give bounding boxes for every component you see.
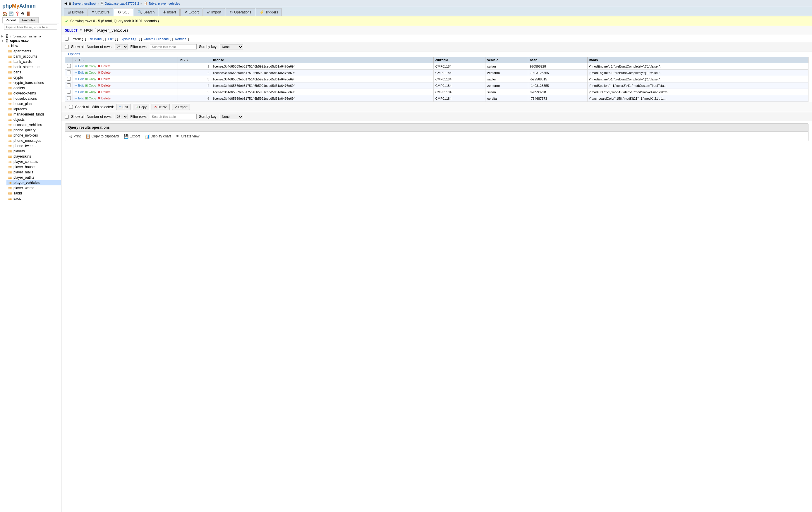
col-citizenid[interactable]: citizenid — [433, 57, 485, 63]
delete-link[interactable]: ✖ Delete — [98, 71, 111, 74]
sidebar-item-objects[interactable]: ⊞⊞ objects — [6, 117, 61, 122]
ws-edit-button[interactable]: ✏ Edit — [116, 104, 130, 110]
delete-link[interactable]: ✖ Delete — [98, 84, 111, 87]
col-mods[interactable]: mods — [587, 57, 808, 63]
show-all-checkbox-top[interactable] — [65, 45, 69, 49]
tab-triggers[interactable]: ⚡ Triggers — [256, 8, 282, 16]
home-icon[interactable]: 🏠 — [2, 11, 7, 16]
qr-create-view-button[interactable]: 👁 Create view — [176, 134, 199, 139]
qr-export-button[interactable]: 💾 Export — [123, 134, 140, 139]
sidebar-item-playerskins[interactable]: ⊞⊞ playerskins — [6, 154, 61, 159]
sidebar-item-player-vehicles[interactable]: ⊞⊞ player_vehicles — [6, 180, 61, 185]
logout-icon[interactable]: 🚪 — [26, 11, 31, 16]
delete-link[interactable]: ✖ Delete — [98, 90, 111, 94]
sidebar-item-player-houses[interactable]: ⊞⊞ player_houses — [6, 164, 61, 170]
sidebar-item-bank-accounts[interactable]: ⊞⊞ bank_accounts — [6, 54, 61, 59]
options-link[interactable]: + Options — [65, 52, 80, 56]
copy-link[interactable]: ⊞ Copy — [85, 77, 96, 81]
sidebar-item-new[interactable]: ✚ New — [6, 43, 61, 49]
tab-structure[interactable]: ≡ Structure — [88, 8, 113, 16]
sidebar-item-house-plants[interactable]: ⊞⊞ house_plants — [6, 101, 61, 107]
sidebar-item-player-outfits[interactable]: ⊞⊞ player_outfits — [6, 175, 61, 180]
sidebar-item-occasion-vehicles[interactable]: ⊞⊞ occasion_vehicles — [6, 122, 61, 127]
sidebar-filter-input[interactable] — [4, 25, 57, 30]
row-checkbox[interactable] — [67, 83, 71, 87]
edit-link[interactable]: ✏ Edit — [75, 64, 84, 68]
edit-link[interactable]: ✏ Edit — [75, 90, 84, 94]
sidebar-item-zap837703-2[interactable]: ▼ 🗄 zap837703-2 — [0, 39, 61, 43]
filter-rows-input-top[interactable] — [150, 44, 197, 50]
sidebar-item-phone-gallery[interactable]: ⊞⊞ phone_gallery — [6, 127, 61, 133]
tab-search[interactable]: 🔍 Search — [134, 8, 158, 16]
rows-per-page-select-bottom[interactable]: 2550100250500 — [115, 114, 128, 119]
copy-link[interactable]: ⊞ Copy — [85, 96, 96, 100]
profiling-refresh[interactable]: Refresh — [175, 37, 186, 41]
qr-display-chart-button[interactable]: 📊 Display chart — [145, 134, 171, 139]
col-id[interactable]: id ▲▼ — [178, 57, 211, 63]
row-checkbox[interactable] — [67, 70, 71, 74]
profiling-create-php[interactable]: Create PHP code — [144, 37, 169, 41]
tab-insert[interactable]: ✚ Insert — [159, 8, 180, 16]
profiling-edit-inline[interactable]: Edit inline — [88, 37, 102, 41]
tab-operations[interactable]: ⚙ Operations — [226, 8, 255, 16]
row-checkbox[interactable] — [67, 96, 71, 100]
row-checkbox[interactable] — [67, 77, 71, 81]
tab-import[interactable]: ↙ Import — [203, 8, 225, 16]
col-sort[interactable]: ← T → — [73, 57, 178, 63]
profiling-checkbox[interactable] — [65, 37, 69, 41]
sidebar-item-crypto[interactable]: ⊞⊞ crypto — [6, 75, 61, 80]
settings-icon[interactable]: ⚙ — [21, 11, 25, 16]
sidebar-item-gloveboxitems[interactable]: ⊞⊞ gloveboxitems — [6, 91, 61, 96]
sidebar-item-bans[interactable]: ⊞⊞ bans — [6, 69, 61, 75]
filter-rows-input-bottom[interactable] — [150, 114, 197, 119]
ws-export-button[interactable]: ↗ Export — [172, 104, 190, 110]
back-icon[interactable]: ◀ — [64, 1, 67, 5]
sort-by-key-select-top[interactable]: None — [220, 44, 243, 50]
sidebar-item-sabid[interactable]: ⊞⊞ sabid — [6, 191, 61, 196]
delete-link[interactable]: ✖ Delete — [98, 96, 111, 100]
breadcrumb-table[interactable]: Table: player_vehicles — [149, 2, 180, 5]
sidebar-item-phone-messages[interactable]: ⊞⊞ phone_messages — [6, 138, 61, 143]
copy-link[interactable]: ⊞ Copy — [85, 90, 96, 94]
breadcrumb-server[interactable]: Server: localhost — [72, 2, 96, 5]
tab-export[interactable]: ↗ Export — [180, 8, 202, 16]
profiling-explain[interactable]: Explain SQL — [120, 37, 138, 41]
copy-link[interactable]: ⊞ Copy — [85, 71, 96, 74]
sort-by-key-select-bottom[interactable]: None — [220, 114, 243, 119]
copy-link[interactable]: ⊞ Copy — [85, 64, 96, 68]
col-license[interactable]: license — [211, 57, 434, 63]
sidebar-item-player-mails[interactable]: ⊞⊞ player_mails — [6, 170, 61, 175]
row-checkbox[interactable] — [67, 64, 71, 68]
sidebar-item-management-funds[interactable]: ⊞⊞ management_funds — [6, 112, 61, 117]
sidebar-item-phone-invoices[interactable]: ⊞⊞ phone_invoices — [6, 133, 61, 138]
rows-per-page-select-top[interactable]: 2550100250500 — [115, 44, 128, 50]
delete-link[interactable]: ✖ Delete — [98, 77, 111, 81]
ws-delete-button[interactable]: ✖ Delete — [151, 104, 170, 110]
qr-print-button[interactable]: 🖨 Print — [68, 134, 81, 139]
sidebar-item-information-schema[interactable]: ▶ 🗄 information_schema — [0, 34, 61, 39]
sidebar-item-players[interactable]: ⊞⊞ players — [6, 149, 61, 154]
sidebar-item-lapraces[interactable]: ⊞⊞ lapraces — [6, 107, 61, 112]
sidebar-item-sacic[interactable]: ⊞⊞ sacic — [6, 196, 61, 201]
ws-copy-button[interactable]: ⊞ Copy — [133, 104, 149, 110]
sidebar-tab-favorites[interactable]: Favorites — [19, 17, 39, 23]
sidebar-item-crypto-transactions[interactable]: ⊞⊞ crypto_transactions — [6, 80, 61, 85]
delete-link[interactable]: ✖ Delete — [98, 64, 111, 68]
sidebar-item-player-contacts[interactable]: ⊞⊞ player_contacts — [6, 159, 61, 164]
tab-browse[interactable]: ⊞ Browse — [64, 8, 87, 16]
col-hash[interactable]: hash — [528, 57, 587, 63]
check-all-checkbox[interactable] — [69, 105, 73, 109]
edit-link[interactable]: ✏ Edit — [75, 96, 84, 100]
breadcrumb-database[interactable]: Database: zap837703-2 — [105, 2, 139, 5]
show-all-checkbox-bottom[interactable] — [65, 115, 69, 119]
edit-link[interactable]: ✏ Edit — [75, 77, 84, 81]
profiling-edit[interactable]: Edit — [108, 37, 114, 41]
refresh-icon[interactable]: 🔄 — [8, 11, 13, 16]
sidebar-tab-recent[interactable]: Recent — [2, 17, 19, 23]
sidebar-item-bank-cards[interactable]: ⊞⊞ bank_cards — [6, 59, 61, 64]
help-icon[interactable]: ❓ — [14, 11, 20, 16]
sidebar-item-player-warns[interactable]: ⊞⊞ player_warns — [6, 185, 61, 191]
sidebar-item-phone-tweets[interactable]: ⊞⊞ phone_tweets — [6, 143, 61, 149]
sidebar-item-houselocations[interactable]: ⊞⊞ houselocations — [6, 96, 61, 101]
sidebar-item-bank-statements[interactable]: ⊞⊞ bank_statements — [6, 64, 61, 69]
